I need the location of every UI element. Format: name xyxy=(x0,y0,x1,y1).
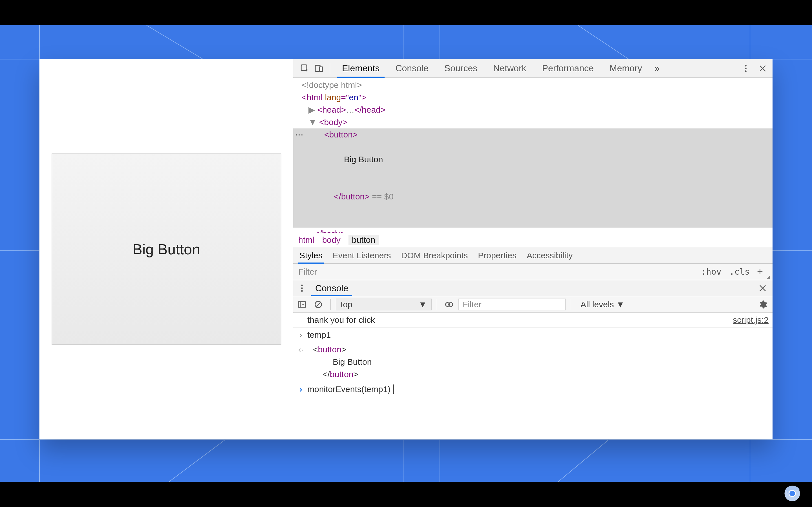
log-source-link[interactable]: script.js:2 xyxy=(733,314,769,326)
svg-line-10 xyxy=(558,439,609,482)
console-input-text: monitorEvents(temp1) xyxy=(307,383,394,395)
execution-context-selector[interactable]: top▼ xyxy=(336,298,432,311)
log-message: thank you for click xyxy=(307,314,375,326)
subtab-properties[interactable]: Properties xyxy=(478,247,516,263)
separator xyxy=(331,299,331,310)
console-toolbar: top▼ Filter All levels▼ xyxy=(293,296,772,313)
tab-elements[interactable]: Elements xyxy=(334,59,388,77)
svg-point-31 xyxy=(448,303,451,305)
dom-button-text: Big Button xyxy=(324,153,772,166)
svg-line-9 xyxy=(169,439,225,482)
dom-selected-button[interactable]: ⋯<button> Big Button </button> == $0 xyxy=(293,128,772,228)
svg-point-16 xyxy=(745,68,747,69)
styles-subtabs: StylesEvent ListenersDOM BreakpointsProp… xyxy=(293,247,772,264)
svg-marker-27 xyxy=(302,304,304,305)
console-output-text: Big Button xyxy=(307,356,769,368)
crumb-body[interactable]: body xyxy=(322,235,341,245)
svg-point-17 xyxy=(745,70,747,72)
subtab-event-listeners[interactable]: Event Listeners xyxy=(333,247,391,263)
big-button[interactable]: Big Button xyxy=(52,154,282,345)
log-levels-selector[interactable]: All levels▼ xyxy=(576,300,629,309)
input-chevron-icon: › xyxy=(297,383,305,395)
dom-breadcrumb: htmlbodybutton xyxy=(293,233,772,247)
devtools-panel: ElementsConsoleSourcesNetworkPerformance… xyxy=(293,59,772,439)
dom-body-close[interactable]: </body> xyxy=(293,228,772,233)
dom-tree[interactable]: <!doctype html> <html lang="en"> ▶ <head… xyxy=(293,78,772,233)
console-sidebar-toggle-icon[interactable] xyxy=(295,297,309,312)
console-drawer-header: Console xyxy=(293,280,772,296)
styles-filter-input[interactable]: Filter xyxy=(298,267,697,277)
dom-body-open[interactable]: ▼ <body> xyxy=(293,116,772,128)
svg-line-29 xyxy=(316,302,320,306)
letterbox-top xyxy=(0,0,812,25)
svg-point-22 xyxy=(301,290,303,292)
svg-line-8 xyxy=(578,25,629,59)
resize-handle-icon[interactable] xyxy=(766,276,770,279)
dom-html-open[interactable]: <html lang="en"> xyxy=(293,91,772,104)
separator xyxy=(571,299,571,310)
subtab-dom-breakpoints[interactable]: DOM Breakpoints xyxy=(401,247,468,263)
live-expression-icon[interactable] xyxy=(442,297,456,312)
console-input-row: › temp1 xyxy=(293,327,772,342)
crumb-button[interactable]: button xyxy=(349,235,378,245)
svg-point-15 xyxy=(745,65,747,66)
subtab-styles[interactable]: Styles xyxy=(299,247,322,263)
toggle-cls[interactable]: .cls xyxy=(725,267,754,277)
devtools-tabs-bar: ElementsConsoleSourcesNetworkPerformance… xyxy=(293,59,772,78)
dom-head[interactable]: ▶ <head>…</head> xyxy=(293,104,772,116)
close-drawer-icon[interactable] xyxy=(756,281,770,295)
console-drawer-tab[interactable]: Console xyxy=(309,280,354,296)
svg-rect-25 xyxy=(298,302,306,307)
console-output-row: ‹· <button> Big Button </button> xyxy=(293,342,772,382)
console-settings-icon[interactable] xyxy=(756,297,770,312)
letterbox-bottom xyxy=(0,482,812,507)
app-window: Big Button ElementsConsoleSourcesNetwork… xyxy=(40,59,772,439)
console-filter-input[interactable]: Filter xyxy=(458,298,566,311)
close-devtools-icon[interactable] xyxy=(756,61,770,75)
drawer-menu-icon[interactable] xyxy=(295,281,309,295)
rendered-page-pane: Big Button xyxy=(40,59,293,439)
output-chevron-icon: ‹· xyxy=(297,343,305,356)
separator xyxy=(330,62,330,74)
svg-point-21 xyxy=(301,287,303,289)
console-input-text: temp1 xyxy=(307,329,331,341)
subtab-accessibility[interactable]: Accessibility xyxy=(527,247,573,263)
svg-line-7 xyxy=(147,25,203,59)
tab-performance[interactable]: Performance xyxy=(534,59,602,77)
kebab-menu-icon[interactable] xyxy=(739,61,753,75)
tab-sources[interactable]: Sources xyxy=(437,59,485,77)
console-input-active-row[interactable]: › monitorEvents(temp1) xyxy=(293,382,772,397)
clear-console-icon[interactable] xyxy=(311,297,325,312)
crumb-html[interactable]: html xyxy=(298,235,314,245)
styles-filter-row: Filter :hov .cls + xyxy=(293,264,772,280)
input-chevron-icon: › xyxy=(297,329,305,341)
device-toolbar-icon[interactable] xyxy=(312,61,326,75)
svg-point-34 xyxy=(790,491,795,496)
tab-network[interactable]: Network xyxy=(485,59,534,77)
new-style-rule-icon[interactable]: + xyxy=(754,266,766,278)
inspect-element-icon[interactable] xyxy=(298,61,312,75)
chrome-logo-icon xyxy=(784,485,801,502)
tab-memory[interactable]: Memory xyxy=(602,59,650,77)
tab-console[interactable]: Console xyxy=(388,59,436,77)
dom-doctype[interactable]: <!doctype html> xyxy=(293,79,772,91)
console-log-row: thank you for click script.js:2 xyxy=(293,313,772,327)
svg-rect-13 xyxy=(319,67,322,71)
more-tabs-icon[interactable]: » xyxy=(650,61,664,75)
console-body[interactable]: thank you for click script.js:2 › temp1 … xyxy=(293,313,772,439)
svg-point-20 xyxy=(301,284,303,286)
toggle-hov[interactable]: :hov xyxy=(697,267,725,277)
